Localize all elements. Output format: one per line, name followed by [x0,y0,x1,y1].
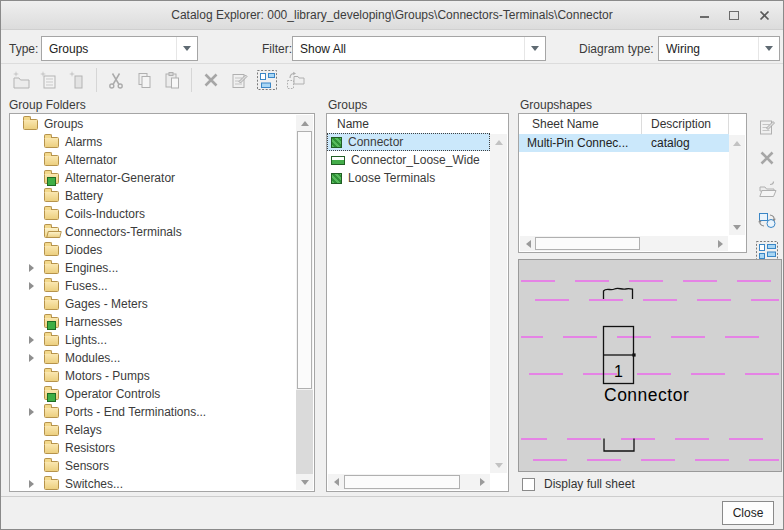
folder-icon [44,353,59,364]
tree-vertical-scrollbar[interactable] [296,115,313,490]
new-folder-button[interactable] [7,67,35,93]
group-row-loose-terminals[interactable]: Loose Terminals [327,169,490,187]
scroll-right-button[interactable] [474,474,490,490]
tree-item-ports-end-terminations[interactable]: Ports - End Terminations... [10,403,296,421]
tree-item-alternator[interactable]: Alternator [10,151,296,169]
scroll-up-button[interactable] [729,135,745,151]
folder-icon [44,155,59,166]
tree-item-gages-meters[interactable]: Gages - Meters [10,295,296,313]
replace-groupshape-button[interactable] [754,208,780,232]
delete-button[interactable] [197,67,225,93]
type-value: Groups [42,42,88,56]
group-row-connector-loose-wide[interactable]: Connector_Loose_Wide [327,151,490,169]
tree-item-connectors-terminals[interactable]: Connectors-Terminals [10,223,296,241]
scroll-right-button[interactable] [712,236,728,251]
tree-item-lights[interactable]: Lights... [10,331,296,349]
groupshape-row-multi-pin-connector[interactable]: Multi-Pin Connec... catalog [519,134,729,152]
scroll-left-button[interactable] [520,236,536,251]
tree-item-fuses[interactable]: Fuses... [10,277,296,295]
groupshapes-vertical-scrollbar[interactable] [729,135,745,235]
display-groupshapes-toggle[interactable] [253,67,281,93]
delete-icon [757,148,777,168]
tree-item-relays[interactable]: Relays [10,421,296,439]
expander-icon[interactable] [29,282,34,290]
tree-item-switches[interactable]: Switches... [10,475,296,492]
tree-item-alternator-generator[interactable]: Alternator-Generator [10,169,296,187]
groups-vertical-scrollbar[interactable] [490,134,507,473]
groups-horizontal-scrollbar[interactable] [328,474,490,490]
display-full-sheet-checkbox[interactable] [522,478,535,491]
new-groupshape-button[interactable] [63,67,91,93]
tree-item-harnesses[interactable]: Harnesses [10,313,296,331]
minimize-button[interactable] [697,8,711,22]
groupshape-preview[interactable]: 1 Connector [518,259,782,472]
groupshapes-horizontal-scrollbar[interactable] [520,236,728,251]
tree-item-coils-inductors[interactable]: Coils-Inductors [10,205,296,223]
diagram-type-combobox[interactable]: Wiring [658,36,780,61]
paste-button[interactable] [158,67,186,93]
tree-item-groups[interactable]: Groups [10,115,296,133]
replace-groupshape-icon [757,210,777,230]
scroll-down-button[interactable] [729,219,745,235]
filter-combobox[interactable]: Show All [292,36,546,61]
type-combobox[interactable]: Groups [41,36,198,61]
tree-item-battery[interactable]: Battery [10,187,296,205]
delete-groupshape-button[interactable] [754,146,780,170]
new-folder-icon [11,70,31,90]
tree-item-engines[interactable]: Engines... [10,259,296,277]
minimize-icon [700,16,709,18]
scroll-left-button[interactable] [328,474,344,490]
expander-icon[interactable] [29,336,34,344]
filter-dropdown-button[interactable] [524,37,545,60]
expander-icon[interactable] [29,480,34,488]
column-header-description[interactable]: Description [642,114,729,134]
scrollbar-thumb[interactable] [297,131,312,389]
filter-label: Filter: [262,42,292,56]
tree-item-operator-controls[interactable]: Operator Controls [10,385,296,403]
scrollbar-thumb[interactable] [535,237,640,250]
toolbar-separator [191,68,192,92]
tree-item-modules[interactable]: Modules... [10,349,296,367]
tree-item-alarms[interactable]: Alarms [10,133,296,151]
toolbar-separator [96,68,97,92]
scroll-down-button[interactable] [296,474,313,490]
title-bar[interactable]: Catalog Explorer: 000_library_developing… [1,1,783,30]
catalog-explorer-window: Catalog Explorer: 000_library_developing… [0,0,784,530]
edit-properties-button[interactable] [225,67,253,93]
folder-icon [44,281,59,292]
group-folders-panel-label: Group Folders [9,98,86,112]
folder-icon [44,299,59,310]
new-group-button[interactable] [35,67,63,93]
folder-badge-icon [44,317,59,328]
close-button[interactable]: Close [722,501,774,525]
groupshapes-table: Sheet Name Description Multi-Pin Connec.… [518,113,747,253]
expander-icon[interactable] [29,264,34,272]
copy-button[interactable] [130,67,158,93]
maximize-button[interactable] [727,8,741,22]
open-folder-icon [757,179,777,199]
move-group-button[interactable] [281,67,309,93]
diagram-type-dropdown-button[interactable] [758,37,779,60]
expander-icon[interactable] [29,354,34,362]
tree-item-resistors[interactable]: Resistors [10,439,296,457]
tree-item-diodes[interactable]: Diodes [10,241,296,259]
folder-icon [44,425,59,436]
tree-item-sensors[interactable]: Sensors [10,457,296,475]
cut-button[interactable] [102,67,130,93]
close-window-button[interactable] [757,8,771,22]
tree-item-motors-pumps[interactable]: Motors - Pumps [10,367,296,385]
chevron-down-icon [765,46,773,51]
type-dropdown-button[interactable] [176,37,197,60]
groups-column-header[interactable]: Name [327,114,508,133]
group-row-connector[interactable]: Connector [327,133,490,151]
scroll-up-button[interactable] [490,134,507,150]
scrollbar-thumb[interactable] [344,475,460,489]
display-groupshapes-icon [256,69,278,91]
open-groupshape-button[interactable] [754,177,780,201]
scroll-up-button[interactable] [296,115,313,131]
column-header-sheet-name[interactable]: Sheet Name [519,114,642,134]
folder-icon [44,371,59,382]
scroll-down-button[interactable] [490,457,507,473]
expander-icon[interactable] [29,408,34,416]
edit-groupshape-properties-button[interactable] [754,115,780,139]
